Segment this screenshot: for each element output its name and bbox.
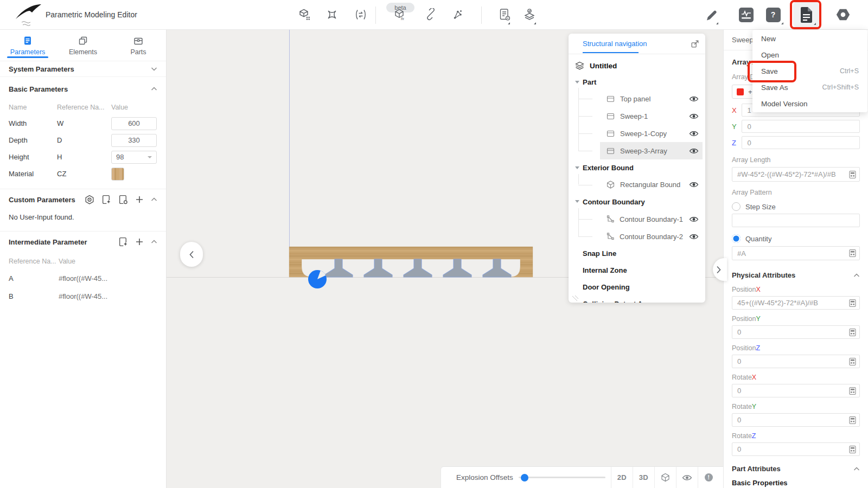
- model-t-leg-array[interactable]: [324, 259, 511, 277]
- dropdown-corner-icon: [814, 23, 816, 25]
- part-attributes-header[interactable]: Part Attributes: [732, 465, 860, 473]
- settings-icon[interactable]: [835, 7, 851, 22]
- position-y-label: PositionY: [732, 315, 860, 323]
- resize-handle-icon[interactable]: [571, 294, 579, 301]
- formula-icon[interactable]: [849, 387, 856, 395]
- formula-icon[interactable]: [849, 445, 856, 453]
- cross-node-icon[interactable]: [324, 7, 340, 22]
- node-graph-icon[interactable]: [450, 7, 465, 22]
- visibility-eye-icon[interactable]: [689, 216, 699, 223]
- menu-item-new[interactable]: New: [752, 30, 867, 47]
- radio-checked-icon[interactable]: [732, 234, 741, 243]
- origin-marker[interactable]: [308, 270, 327, 288]
- help-icon[interactable]: ?: [765, 7, 781, 22]
- depth-input[interactable]: [111, 134, 157, 147]
- rotate-x-input[interactable]: [732, 384, 860, 397]
- menu-item-save[interactable]: Save Ctrl+S: [752, 63, 867, 79]
- tree-group-door-opening[interactable]: Door Opening: [569, 279, 705, 296]
- menu-item-open[interactable]: Open: [752, 47, 867, 63]
- menu-item-save-as[interactable]: Save As Ctrl+Shift+S: [752, 79, 867, 95]
- formula-icon[interactable]: [849, 299, 856, 307]
- doc-star-icon[interactable]: [101, 195, 111, 204]
- layers-icon: [575, 61, 584, 70]
- array-length-input[interactable]: [732, 167, 860, 182]
- formula-icon[interactable]: [849, 328, 856, 336]
- chevron-up-icon[interactable]: [151, 196, 157, 203]
- basic-parameters-header[interactable]: Basic Parameters: [9, 78, 157, 100]
- quantity-input[interactable]: [732, 246, 860, 260]
- formula-icon[interactable]: [849, 249, 856, 258]
- tab-parameters[interactable]: Parameters: [0, 30, 55, 61]
- axis-y-input[interactable]: [742, 120, 860, 133]
- cube-parts-icon[interactable]: [297, 7, 312, 22]
- formula-icon[interactable]: [849, 357, 856, 365]
- tree-item-sweep-1-copy[interactable]: Sweep-1-Copy: [600, 125, 703, 142]
- visibility-eye-icon[interactable]: [689, 113, 699, 120]
- quantity-option[interactable]: Quantity: [732, 234, 860, 243]
- visibility-toggle-button[interactable]: [676, 467, 698, 488]
- add-parameter-icon[interactable]: [135, 237, 144, 246]
- layers-pin-icon[interactable]: [522, 7, 537, 22]
- formula-icon[interactable]: [849, 416, 856, 424]
- material-swatch[interactable]: [111, 168, 124, 181]
- tree-group-part[interactable]: Part: [569, 74, 705, 90]
- tree-group-contour-boundary[interactable]: Contour Boundary: [569, 193, 705, 210]
- visibility-eye-icon[interactable]: [689, 233, 699, 240]
- doc-star-icon[interactable]: [118, 237, 128, 247]
- height-select[interactable]: 98: [111, 151, 157, 164]
- warning-button[interactable]: !: [698, 467, 719, 488]
- menu-item-model-version[interactable]: Model Version: [752, 95, 867, 112]
- swap-arrows-icon[interactable]: [353, 7, 368, 22]
- collapse-left-panel-handle[interactable]: [180, 242, 203, 267]
- position-y-input[interactable]: [732, 325, 860, 339]
- rotate-y-input[interactable]: [732, 413, 860, 427]
- intermediate-row-b[interactable]: B #floor((#W-45...: [9, 287, 157, 305]
- position-x-input[interactable]: [732, 296, 860, 310]
- step-size-input[interactable]: [732, 214, 860, 227]
- axis-z-input[interactable]: [742, 136, 860, 149]
- position-z-input[interactable]: [732, 355, 860, 368]
- view-3d-button[interactable]: 3D: [633, 467, 654, 488]
- formula-icon[interactable]: [849, 170, 856, 178]
- visibility-eye-icon[interactable]: [689, 181, 699, 188]
- link-icon[interactable]: [423, 7, 438, 22]
- physical-attributes-header[interactable]: Physical Attributes: [732, 271, 860, 279]
- intermediate-row-a[interactable]: A #floor((#W-45...: [9, 269, 157, 287]
- pencil-icon[interactable]: [704, 7, 719, 22]
- tab-elements[interactable]: Elements: [55, 30, 111, 61]
- visibility-eye-icon[interactable]: [689, 95, 699, 102]
- expand-panel-icon[interactable]: [691, 40, 699, 48]
- activity-monitor-icon[interactable]: [738, 7, 754, 22]
- visibility-eye-icon[interactable]: [689, 130, 699, 137]
- system-parameters-header[interactable]: System Parameters: [0, 61, 166, 77]
- visibility-eye-icon[interactable]: [689, 147, 699, 155]
- tree-item-contour-boundary-1[interactable]: Contour Boundary-1: [600, 210, 703, 228]
- chevron-up-icon[interactable]: [151, 239, 157, 245]
- doc-circle-icon[interactable]: [118, 195, 128, 204]
- tree-item-rectangular-bound[interactable]: Rectangular Bound: [600, 176, 703, 193]
- tree-item-top-panel[interactable]: Top panel: [600, 90, 703, 107]
- radio-unchecked-icon[interactable]: [732, 202, 741, 211]
- width-input[interactable]: [111, 117, 157, 130]
- tree-item-sweep-1[interactable]: Sweep-1: [600, 107, 703, 125]
- polyline-icon: [607, 233, 614, 240]
- doc-gear-icon[interactable]: [497, 7, 512, 22]
- tree-group-internal-zone[interactable]: Internal Zone: [569, 262, 705, 279]
- tree-item-sweep-3-array[interactable]: Sweep-3-Array: [600, 142, 703, 159]
- add-parameter-icon[interactable]: [135, 195, 144, 204]
- tree-item-contour-boundary-2[interactable]: Contour Boundary-2: [600, 228, 703, 245]
- slider-thumb[interactable]: [521, 474, 528, 481]
- hexagon-eye-icon[interactable]: [85, 195, 94, 204]
- explosion-offsets-slider[interactable]: [519, 477, 605, 478]
- tab-parts[interactable]: Parts: [111, 30, 166, 61]
- cube-fx-icon[interactable]: fx: [392, 7, 407, 22]
- step-size-option[interactable]: Step Size: [732, 202, 860, 211]
- view-2d-button[interactable]: 2D: [611, 467, 633, 488]
- rotate-z-input[interactable]: [732, 442, 860, 456]
- tree-group-collision-detect-area[interactable]: Collision Detect Area: [569, 296, 705, 303]
- tree-group-snap-line[interactable]: Snap Line: [569, 245, 705, 262]
- tab-label: Parameters: [0, 48, 55, 56]
- tree-group-exterior-bound[interactable]: Exterior Bound: [569, 159, 705, 176]
- tree-root-item[interactable]: Untitled: [569, 57, 705, 74]
- cube-view-button[interactable]: [654, 467, 676, 488]
